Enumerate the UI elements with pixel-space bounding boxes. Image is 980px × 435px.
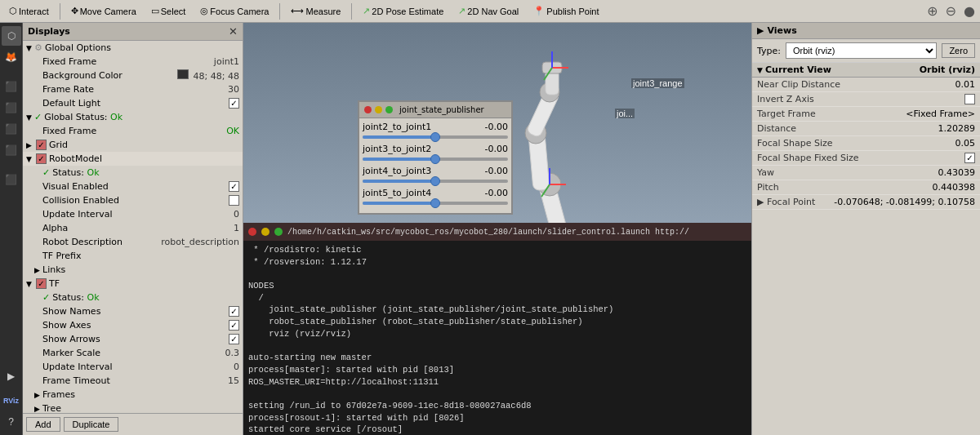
- terminal-dot-green: [274, 228, 283, 236]
- left-icon-rviz[interactable]: RViz: [2, 391, 21, 411]
- visual-enabled-item[interactable]: Visual Enabled: [23, 180, 243, 193]
- global-status-arrow[interactable]: [26, 113, 34, 122]
- left-icon-6[interactable]: ⬛: [2, 140, 21, 160]
- measure-button[interactable]: ⟷ Measure: [285, 3, 346, 19]
- slider-1-thumb[interactable]: [430, 132, 440, 142]
- show-arrows-item[interactable]: Show Arrows: [23, 332, 243, 346]
- frames-item[interactable]: Frames: [23, 388, 243, 402]
- left-icon-5[interactable]: ⬛: [2, 119, 21, 139]
- current-view-header[interactable]: Current View Orbit (rviz): [752, 63, 980, 78]
- move-camera-button[interactable]: ✥ Move Camera: [65, 3, 142, 19]
- show-names-checkbox[interactable]: [229, 306, 239, 317]
- fixed-frame-status-item[interactable]: Fixed Frame OK: [23, 124, 243, 138]
- terminal-dot-yellow: [261, 228, 270, 236]
- slider-3-track[interactable]: [363, 180, 508, 183]
- select-button[interactable]: ▭ Select: [145, 3, 192, 19]
- robot-model-arrow[interactable]: [26, 155, 34, 163]
- pose-estimate-button[interactable]: ↗ 2D Pose Estimate: [357, 3, 449, 19]
- frame-timeout-item[interactable]: Frame Timeout 15: [23, 374, 243, 388]
- tree-item[interactable]: Tree: [23, 402, 243, 413]
- distance-row[interactable]: Distance 1.20289: [752, 122, 980, 136]
- frame-rate-item[interactable]: Frame Rate 30: [23, 82, 243, 96]
- left-icon-2[interactable]: 🦊: [2, 47, 21, 67]
- background-color-item[interactable]: Background Color 48; 48; 48: [23, 69, 243, 82]
- left-icon-terminal[interactable]: ▶: [2, 366, 21, 386]
- left-icon-1[interactable]: ⬡: [2, 26, 21, 46]
- add-button[interactable]: Add: [26, 417, 60, 432]
- zero-button[interactable]: Zero: [942, 43, 975, 58]
- focal-shape-size-row[interactable]: Focal Shape Size 0.05: [752, 136, 980, 151]
- views-type-select[interactable]: Orbit (rviz): [786, 42, 937, 59]
- robot-status-item[interactable]: ✓ Status: Ok: [23, 166, 243, 180]
- default-light-item[interactable]: Default Light: [23, 96, 243, 110]
- slider-4-label: joint5_to_joint4: [363, 188, 431, 198]
- invert-z-checkbox[interactable]: [964, 94, 975, 104]
- focal-fixed-size-checkbox[interactable]: [964, 153, 975, 163]
- show-axes-item[interactable]: Show Axes: [23, 318, 243, 332]
- invert-z-axis-row[interactable]: Invert Z Axis: [752, 92, 980, 107]
- slider-1-track[interactable]: [363, 135, 508, 139]
- main-layout: ⬡ 🦊 ⬛ ⬛ ⬛ ⬛ ⬛ ▶ RViz ? Displays ✕ ⚙ Glob…: [0, 23, 980, 435]
- slider-4-track[interactable]: [363, 202, 508, 205]
- interact-button[interactable]: ⬡ Interact: [3, 3, 55, 19]
- slider-4-thumb[interactable]: [430, 198, 440, 208]
- tf-prefix-item[interactable]: TF Prefix: [23, 249, 243, 263]
- slider-1-label-row: joint2_to_joint1 -0.00: [363, 122, 508, 132]
- fixed-frame-item[interactable]: Fixed Frame joint1: [23, 55, 243, 69]
- grid-arrow[interactable]: [26, 141, 34, 149]
- update-interval-item[interactable]: Update Interval 0: [23, 207, 243, 221]
- left-icon-4[interactable]: ⬛: [2, 98, 21, 118]
- 3d-viewport[interactable]: joint3_range joi... /home/h/catkin_ws/sr…: [243, 23, 751, 435]
- default-light-checkbox[interactable]: [229, 98, 239, 109]
- pitch-row[interactable]: Pitch 0.440398: [752, 180, 980, 195]
- publish-point-button[interactable]: 📍 Publish Point: [528, 3, 604, 19]
- slider-3-thumb[interactable]: [430, 176, 440, 186]
- links-arrow[interactable]: [34, 266, 42, 274]
- focus-icon: ◎: [200, 6, 208, 16]
- show-names-item[interactable]: Show Names: [23, 304, 243, 318]
- grid-item[interactable]: Grid: [23, 138, 243, 152]
- duplicate-button[interactable]: Duplicate: [64, 417, 119, 432]
- frames-arrow[interactable]: [34, 391, 42, 399]
- target-frame-row[interactable]: Target Frame <Fixed Frame>: [752, 107, 980, 122]
- left-icon-3[interactable]: ⬛: [2, 77, 21, 96]
- robot-model-checkbox[interactable]: [36, 153, 47, 164]
- left-icon-7[interactable]: ⬛: [2, 170, 21, 189]
- robot-model-item[interactable]: RobotModel: [23, 152, 243, 166]
- near-clip-distance-row[interactable]: Near Clip Distance 0.01: [752, 78, 980, 92]
- alpha-item[interactable]: Alpha 1: [23, 221, 243, 235]
- slider-row-2: joint3_to_joint2 -0.00: [363, 144, 508, 161]
- color-swatch: [177, 69, 189, 79]
- jp-dot-yellow: [375, 106, 382, 113]
- focus-camera-button[interactable]: ◎ Focus Camera: [194, 3, 274, 19]
- current-view-arrow[interactable]: [757, 66, 765, 74]
- terminal-body[interactable]: * /rosdistro: kinetic * /rosversion: 1.1…: [243, 241, 751, 435]
- tree-arrow[interactable]: [34, 405, 42, 413]
- left-icon-bottom[interactable]: ?: [2, 412, 21, 432]
- focal-shape-fixed-size-row[interactable]: Focal Shape Fixed Size: [752, 151, 980, 166]
- term-line-2: * /rosversion: 1.12.17: [248, 256, 746, 269]
- show-arrows-checkbox[interactable]: [229, 334, 239, 344]
- grid-checkbox[interactable]: [36, 140, 47, 150]
- slider-2-track[interactable]: [363, 158, 508, 161]
- global-status-item[interactable]: ✓ Global Status: Ok: [23, 110, 243, 124]
- marker-scale-item[interactable]: Marker Scale 0.3: [23, 346, 243, 360]
- global-options-item[interactable]: ⚙ Global Options: [23, 41, 243, 55]
- tf-item[interactable]: TF: [23, 277, 243, 291]
- tf-status-item[interactable]: ✓ Status: Ok: [23, 291, 243, 304]
- visual-enabled-checkbox[interactable]: [229, 181, 239, 192]
- tf-arrow[interactable]: [26, 280, 34, 288]
- displays-close-button[interactable]: ✕: [229, 25, 238, 38]
- focal-point-row[interactable]: ▶ Focal Point -0.070648; -0.081499; 0.10…: [752, 195, 980, 210]
- robot-description-item[interactable]: Robot Description robot_description: [23, 235, 243, 249]
- yaw-row[interactable]: Yaw 0.43039: [752, 166, 980, 180]
- nav-goal-button[interactable]: ↗ 2D Nav Goal: [452, 3, 524, 19]
- slider-2-thumb[interactable]: [430, 154, 440, 164]
- links-item[interactable]: Links: [23, 263, 243, 277]
- global-options-arrow[interactable]: [26, 44, 34, 52]
- collision-enabled-item[interactable]: Collision Enabled: [23, 193, 243, 207]
- tf-checkbox[interactable]: [36, 278, 47, 289]
- collision-enabled-checkbox[interactable]: [229, 195, 239, 206]
- tf-update-interval-item[interactable]: Update Interval 0: [23, 360, 243, 374]
- show-axes-checkbox[interactable]: [229, 320, 239, 331]
